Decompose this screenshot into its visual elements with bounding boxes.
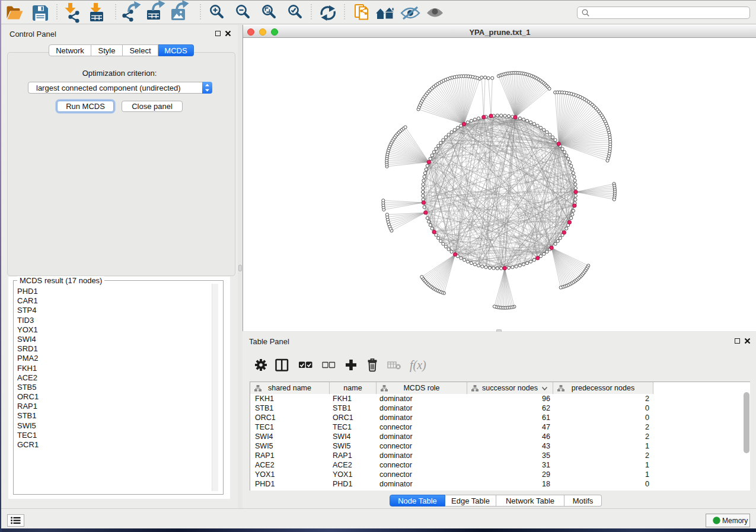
svg-text:f(x): f(x) <box>410 358 426 372</box>
